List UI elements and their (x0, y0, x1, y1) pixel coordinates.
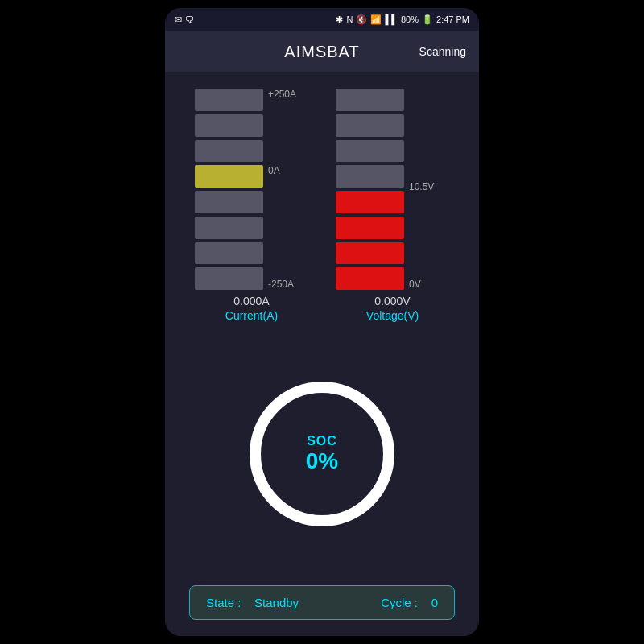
voltage-seg-3 (336, 140, 404, 163)
mail-icon: ✉ (175, 14, 182, 25)
voltage-bar (336, 89, 404, 290)
status-bar: ✉ 🗨 ✱ N 🔇 📶 ▌▌ 80% 🔋 2:47 PM (165, 8, 479, 31)
current-seg-1 (195, 89, 263, 111)
current-seg-4-active (195, 165, 263, 188)
voltage-seg-1 (336, 89, 404, 111)
state-bar: State : Standby Cycle : 0 (189, 585, 455, 620)
soc-value: 0% (306, 448, 338, 474)
state-value: Standby (254, 596, 299, 609)
voltage-name: Voltage(V) (366, 309, 419, 322)
n-icon: N (346, 14, 353, 24)
gauges-row: +250A 0A -250A 0.000A Current(A) (181, 89, 463, 322)
app-title: AIMSBAT (284, 43, 359, 61)
voltage-seg-6-active (336, 217, 404, 239)
current-seg-6 (195, 217, 263, 239)
voltage-label-bot: 0V (409, 279, 421, 290)
current-seg-5 (195, 191, 263, 213)
phone-container: ✉ 🗨 ✱ N 🔇 📶 ▌▌ 80% 🔋 2:47 PM AIMSBAT Sca… (165, 8, 479, 636)
current-label-top: +250A (268, 89, 296, 100)
soc-label: SOC (307, 434, 337, 448)
wifi-icon: 📶 (370, 14, 382, 25)
current-name: Current(A) (225, 309, 278, 322)
bluetooth-icon: ✱ (336, 14, 343, 25)
time-display: 2:47 PM (436, 14, 469, 24)
battery-icon: 🔋 (422, 14, 433, 25)
voltage-value: 0.000V (374, 295, 410, 308)
voltage-seg-8-active (336, 267, 404, 290)
current-seg-8 (195, 267, 263, 290)
mute-icon: 🔇 (356, 14, 367, 25)
status-icons-right: ✱ N 🔇 📶 ▌▌ 80% 🔋 2:47 PM (336, 14, 469, 25)
cycle-value: 0 (431, 596, 438, 609)
current-seg-3 (195, 140, 263, 163)
current-bar (195, 89, 263, 290)
status-icons-left: ✉ 🗨 (175, 14, 194, 25)
current-gauge: +250A 0A -250A 0.000A Current(A) (190, 89, 314, 322)
voltage-bar-wrapper: 10.5V 0V (336, 89, 449, 290)
soc-circle: SOC 0% (250, 382, 394, 526)
app-bar: AIMSBAT Scanning (165, 31, 479, 72)
voltage-seg-5-active (336, 191, 404, 213)
voltage-seg-2 (336, 114, 404, 137)
current-seg-7 (195, 242, 263, 265)
scanning-status: Scanning (419, 45, 466, 58)
cycle-text: Cycle : 0 (381, 596, 438, 609)
current-label-mid: 0A (268, 165, 280, 176)
msg-icon: 🗨 (185, 14, 194, 24)
signal-icon: ▌▌ (385, 14, 398, 24)
battery-percent: 80% (401, 14, 419, 24)
soc-section: SOC 0% (181, 330, 463, 577)
cycle-label: Cycle : (381, 596, 418, 609)
current-seg-2 (195, 114, 263, 137)
state-label: State : (206, 596, 241, 609)
voltage-label-mid: 10.5V (409, 181, 434, 192)
current-label-bot: -250A (268, 279, 294, 290)
voltage-seg-4 (336, 165, 404, 188)
current-value: 0.000A (233, 295, 269, 308)
voltage-seg-7-active (336, 242, 404, 265)
state-text: State : Standby (206, 596, 299, 609)
voltage-gauge: 10.5V 0V 0.000V Voltage(V) (331, 89, 455, 322)
main-content: +250A 0A -250A 0.000A Current(A) (165, 72, 479, 636)
current-bar-wrapper: +250A 0A -250A (195, 89, 308, 290)
